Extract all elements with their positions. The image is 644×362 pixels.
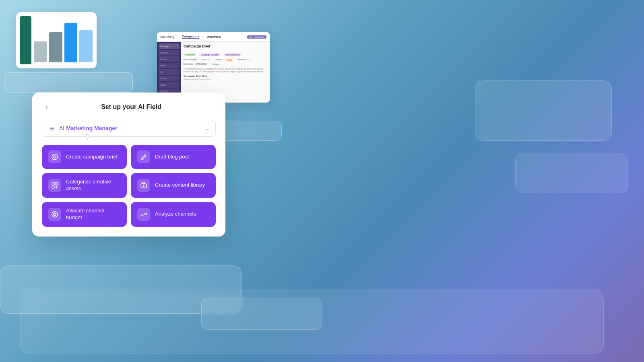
- kickoff-label: Kick-off date: [184, 58, 197, 62]
- draft-blog-post-button[interactable]: Draft blog post: [131, 145, 216, 169]
- bar-1: [34, 41, 47, 62]
- ai-field-dialog: ‹ Set up your AI Field ⊞ AI Marketing Ma…: [32, 93, 225, 237]
- tag-product-manager: Product Manager: [223, 53, 242, 56]
- bar-2: [49, 32, 62, 62]
- end-date-value: 2/28/2023: [196, 63, 206, 66]
- platform-bottom-right: [201, 298, 322, 330]
- app-nav-marketing: Marketing: [160, 35, 174, 39]
- app-screenshot: Marketing › Campaigns › Overview Add cam…: [157, 32, 270, 103]
- create-campaign-brief-button[interactable]: Create campaign brief: [42, 145, 127, 169]
- end-date-label: End date: [184, 63, 193, 66]
- app-tags-row: Repository Campaign Manager Product Mana…: [184, 50, 267, 57]
- svg-rect-2: [52, 183, 54, 185]
- analyze-channels-label: Analyze channels: [155, 211, 196, 218]
- chart-widget: [16, 12, 97, 68]
- sidebar-info: Info: [159, 69, 180, 75]
- chart-platform: [0, 8, 137, 97]
- bar-4: [79, 30, 93, 63]
- tab-campaigns: Campaigns: [182, 35, 199, 39]
- create-content-library-button[interactable]: Create content library: [131, 173, 216, 198]
- ai-type-dropdown[interactable]: ⊞ AI Marketing Manager ⌄: [42, 120, 216, 137]
- app-field-row-1: Kick-off date 1/11/2023 Status Failure I…: [184, 58, 267, 62]
- chart-bars: [34, 16, 93, 64]
- draft-blog-post-label: Draft blog post: [155, 154, 189, 160]
- dropdown-value: Marketing Manager: [66, 125, 118, 132]
- platform-bottom-left: [0, 265, 242, 314]
- platform-right-bottom: [515, 153, 628, 193]
- kickoff-value: 1/11/2023: [199, 58, 210, 62]
- categorize-icon: [48, 179, 61, 192]
- platform-large-bottom: [20, 290, 604, 354]
- categorize-creative-assets-label: Categorize creative assets: [66, 179, 120, 192]
- app-description: This campaign show are designed for vari…: [184, 68, 267, 73]
- allocate-channel-budget-button[interactable]: Allocate channel budget: [42, 202, 127, 227]
- chart-sidebar: [20, 16, 31, 64]
- analyze-channels-button[interactable]: Analyze channels: [131, 202, 216, 227]
- bar-3: [64, 23, 78, 62]
- dialog-title: Set up your AI Field: [56, 103, 206, 111]
- categorize-creative-assets-button[interactable]: Categorize creative assets: [42, 173, 127, 198]
- svg-point-1: [54, 156, 56, 158]
- app-topbar: Marketing › Campaigns › Overview Add cam…: [157, 32, 270, 42]
- budget-icon: [48, 208, 61, 221]
- app-field-row-2: End date 2/28/2023 Active: [184, 63, 267, 66]
- content-library-icon: [137, 179, 150, 192]
- sidebar-content: Content: [159, 56, 180, 62]
- sidebar-overview: Overview: [159, 50, 180, 56]
- tab-overview: Overview: [207, 35, 221, 39]
- sidebar-assets: Assets: [159, 63, 180, 68]
- iteration-label: Iteration 2.0: [237, 58, 250, 62]
- dialog-header: ‹ Set up your AI Field: [42, 102, 216, 112]
- status-label: Status: [215, 58, 222, 62]
- brief-goal-label: Campaign Brief Goal:: [184, 75, 267, 77]
- add-campaign-btn: Add campaign: [247, 35, 266, 39]
- create-campaign-brief-label: Create campaign brief: [66, 154, 118, 160]
- tag-campaign-manager: Campaign Manager: [199, 53, 220, 56]
- active-badge: Active: [211, 63, 220, 66]
- blog-post-icon: [137, 150, 150, 163]
- svg-rect-3: [55, 183, 58, 185]
- campaign-brief-icon: [48, 150, 61, 163]
- status-value: Failure: [224, 58, 233, 62]
- ai-type-icon: ⊞: [48, 124, 56, 132]
- tag-repository: Repository: [184, 53, 196, 56]
- allocate-channel-budget-label: Allocate channel budget: [66, 208, 120, 221]
- analyze-icon: [137, 208, 150, 221]
- app-main-title: Campaign Brief: [184, 44, 267, 48]
- svg-rect-4: [52, 186, 54, 188]
- sidebar-campaigns: Campaigns: [159, 43, 180, 49]
- chevron-down-icon: ⌄: [205, 125, 210, 132]
- sidebar-budget: Budget: [159, 82, 180, 88]
- platform-right-top: [475, 80, 612, 141]
- dialog-wrapper: ‹ Set up your AI Field ⊞ AI Marketing Ma…: [32, 93, 225, 237]
- brief-goal-value: Generating your Creative Brief...: [184, 78, 267, 80]
- back-button[interactable]: ‹: [42, 102, 52, 112]
- sidebar-reports: Reports: [159, 76, 180, 81]
- svg-point-0: [52, 154, 58, 160]
- action-grid: Create campaign brief Draft blog post: [42, 145, 216, 227]
- create-content-library-label: Create content library: [155, 182, 205, 189]
- dropdown-label: AI Marketing Manager: [59, 125, 118, 132]
- platform-base-tl: [4, 72, 133, 93]
